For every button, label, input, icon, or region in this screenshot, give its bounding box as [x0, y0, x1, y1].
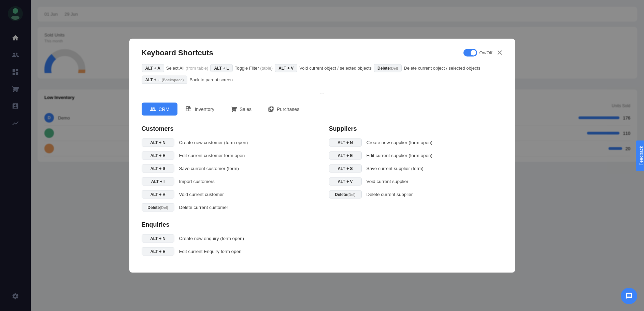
- kbd-sup-n: ALT + N: [329, 138, 362, 146]
- tab-sales-label: Sales: [240, 106, 252, 112]
- close-button[interactable]: ✕: [497, 49, 503, 56]
- kbd-sup-e: ALT + E: [329, 151, 362, 159]
- shortcut-item-alt-l: ALT + L Toggle Filter (table): [210, 64, 273, 72]
- shortcut-supplier-s: ALT + S Save current supplier (form): [329, 164, 503, 169]
- kbd-alt-v: ALT + V: [275, 64, 297, 72]
- shortcuts-columns: Customers ALT + N Create new customer (f…: [142, 125, 503, 169]
- shortcut-customer-n: ALT + N Create new customer (form open): [142, 138, 315, 146]
- shortcut-item-alt-v: ALT + V Void current object / selected o…: [275, 64, 372, 72]
- toggle-wrap: On/Off: [463, 49, 492, 56]
- tab-sales[interactable]: Sales: [223, 102, 260, 115]
- kbd-e: ALT + E: [142, 151, 174, 159]
- kbd-n: ALT + N: [142, 138, 174, 146]
- toggle-label: On/Off: [479, 50, 492, 55]
- kbd-alt-a: ALT + A: [142, 64, 164, 72]
- shortcut-customer-e: ALT + E Edit current customer form open: [142, 151, 315, 159]
- top-shortcut-bar: ALT + A Select All (from table) ALT + L …: [142, 64, 503, 84]
- desc-customer-e: Edit current customer form open: [179, 153, 245, 158]
- tab-purchases-label: Purchases: [277, 106, 299, 112]
- shortcut-customer-s: ALT + S Save current customer (form): [142, 164, 315, 169]
- tab-inventory[interactable]: Inventory: [177, 102, 223, 115]
- tab-purchases[interactable]: Purchases: [260, 102, 307, 115]
- tab-crm-label: CRM: [159, 106, 170, 112]
- desc-supplier-e: Edit current supplier (form open): [367, 153, 433, 158]
- feedback-tab[interactable]: Feedback: [636, 140, 644, 169]
- keyboard-shortcuts-modal: Keyboard Shortcuts On/Off ✕ ALT + A Sele…: [129, 39, 515, 169]
- desc-alt-a: Select All (from table): [166, 66, 209, 71]
- kbd-alt-l: ALT + L: [210, 64, 232, 72]
- shortcuts-toggle[interactable]: [463, 49, 477, 56]
- kbd-sup-s: ALT + S: [329, 164, 362, 169]
- desc-delete: Delete current object / selected objects: [404, 66, 480, 71]
- desc-customer-n: Create new customer (form open): [179, 140, 248, 145]
- suppliers-column: Suppliers ALT + N Create new supplier (f…: [329, 125, 503, 169]
- customers-column: Customers ALT + N Create new customer (f…: [142, 125, 315, 169]
- modal-title: Keyboard Shortcuts: [142, 48, 213, 57]
- tabs: CRM Inventory Sales Purchases: [142, 102, 503, 115]
- separator-dots: ···: [142, 89, 503, 97]
- customers-title: Customers: [142, 125, 315, 132]
- shortcut-supplier-n: ALT + N Create new supplier (form open): [329, 138, 503, 146]
- kbd-delete: Delete (Del): [374, 64, 402, 72]
- tab-inventory-label: Inventory: [195, 106, 214, 112]
- kbd-backspace: ALT + ← (Backspace): [142, 75, 188, 84]
- desc-alt-l: Toggle Filter (table): [235, 66, 273, 71]
- shortcut-item-alt-a: ALT + A Select All (from table): [142, 64, 209, 72]
- tab-crm[interactable]: CRM: [142, 102, 178, 115]
- kbd-s: ALT + S: [142, 164, 174, 169]
- shortcut-item-backspace: ALT + ← (Backspace) Back to parent scree…: [142, 75, 233, 84]
- shortcut-supplier-e: ALT + E Edit current supplier (form open…: [329, 151, 503, 159]
- shortcut-item-delete: Delete (Del) Delete current object / sel…: [374, 64, 481, 72]
- desc-backspace: Back to parent screen: [189, 77, 232, 82]
- suppliers-title: Suppliers: [329, 125, 503, 132]
- desc-alt-v: Void current object / selected objects: [299, 66, 372, 71]
- desc-supplier-s: Save current supplier (form): [367, 166, 424, 169]
- desc-supplier-n: Create new supplier (form open): [367, 140, 433, 145]
- modal-header: Keyboard Shortcuts On/Off ✕: [142, 48, 503, 57]
- modal-header-right: On/Off ✕: [463, 49, 502, 56]
- desc-customer-s: Save current customer (form): [179, 166, 239, 169]
- toggle-knob: [471, 50, 476, 55]
